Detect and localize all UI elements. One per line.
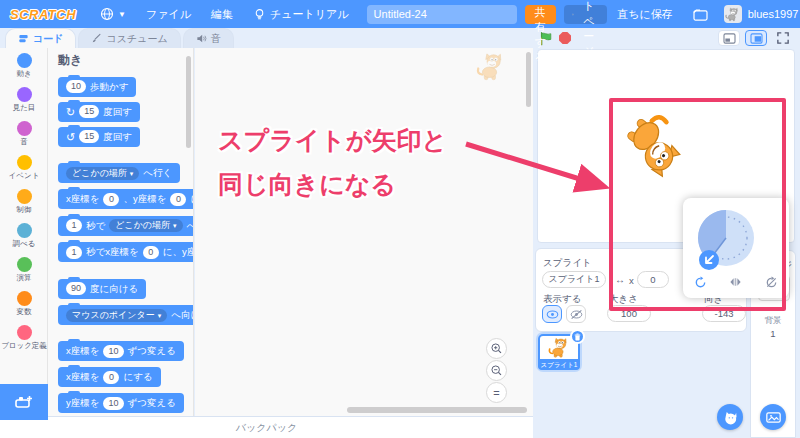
share-button[interactable]: 共有する	[525, 5, 556, 24]
category-0[interactable]: 動き	[0, 48, 48, 82]
block-text: x座標を	[66, 341, 99, 361]
menu-file[interactable]: ファイル	[146, 7, 191, 22]
stop-button[interactable]	[559, 32, 571, 44]
block-number-input[interactable]: 10	[103, 397, 123, 410]
block-dropdown[interactable]: どこかの場所	[66, 167, 139, 180]
block-text: へ向ける	[171, 305, 194, 325]
block-number-input[interactable]: 0	[170, 193, 186, 206]
backdrop-label: 背景	[751, 315, 795, 327]
project-name-input[interactable]	[367, 5, 517, 24]
small-stage-button[interactable]	[718, 30, 740, 46]
palette-block-1[interactable]: ↻15度回す	[58, 102, 140, 122]
lightbulb-icon	[253, 8, 266, 21]
large-stage-button[interactable]	[745, 30, 767, 46]
zoom-in-button[interactable]	[486, 338, 507, 359]
palette-block-0[interactable]: 10歩動かす	[58, 77, 136, 97]
category-4[interactable]: 制御	[0, 184, 48, 218]
category-dot-icon	[17, 325, 32, 340]
block-text: に、y座標を	[163, 242, 194, 262]
category-dot-icon	[17, 223, 32, 238]
menu-edit[interactable]: 編集	[211, 7, 233, 22]
rotation-left-right-button[interactable]	[727, 274, 745, 290]
category-1[interactable]: 見た目	[0, 82, 48, 116]
stage-header	[533, 28, 800, 48]
zoom-in-icon	[490, 342, 503, 355]
palette-block-5[interactable]: 1秒でどこかの場所へ行く	[58, 216, 194, 236]
block-number-input[interactable]: 90	[66, 282, 86, 295]
scratch-editor: SCRATCH ▼ ファイル 編集 チュートリアル 共有する プロジェクトページ…	[0, 0, 800, 438]
block-number-input[interactable]: 1	[66, 219, 82, 232]
rotation-none-button[interactable]	[762, 274, 780, 290]
category-5[interactable]: 調べる	[0, 218, 48, 252]
block-number-input[interactable]: 1	[66, 246, 82, 259]
size-input[interactable]	[607, 305, 651, 322]
project-page-button[interactable]: プロジェクトページを見る	[564, 5, 607, 24]
zoom-reset-button[interactable]: =	[486, 382, 507, 403]
palette-block-2[interactable]: ↺15度回す	[58, 127, 140, 147]
category-3[interactable]: イベント	[0, 150, 48, 184]
code-workspace[interactable]	[195, 48, 533, 416]
x-position-input[interactable]	[637, 271, 669, 288]
block-number-input[interactable]: 10	[103, 345, 123, 358]
add-extension-button[interactable]	[0, 384, 48, 420]
category-6[interactable]: 演算	[0, 252, 48, 286]
category-8[interactable]: ブロック定義	[0, 320, 48, 354]
zoom-out-button[interactable]	[486, 360, 507, 381]
my-stuff-button[interactable]	[693, 8, 708, 21]
block-text: 、y座標を	[123, 189, 166, 209]
avatar[interactable]	[724, 5, 742, 23]
language-menu[interactable]: ▼	[100, 7, 126, 21]
block-text: へ行く	[187, 216, 194, 236]
block-number-input[interactable]: 0	[103, 193, 119, 206]
no-rotate-icon	[765, 276, 778, 289]
tab-code[interactable]: コード	[5, 28, 76, 48]
workspace-vertical-scrollbar[interactable]	[526, 52, 531, 107]
account-menu[interactable]: blues1997 ▼	[748, 8, 800, 20]
palette-block-11[interactable]: y座標を10ずつ変える	[58, 393, 184, 413]
large-stage-icon	[750, 33, 763, 44]
block-text: 歩動かす	[90, 77, 128, 97]
palette-block-4[interactable]: x座標を0、y座標を0にする	[58, 189, 194, 209]
backpack-bar[interactable]: バックパック	[0, 416, 533, 438]
block-dropdown[interactable]: マウスのポインター	[66, 309, 167, 322]
category-dot-icon	[17, 53, 32, 68]
delete-sprite-button[interactable]	[570, 329, 585, 344]
category-label: 調べる	[13, 240, 36, 248]
block-number-input[interactable]: 15	[79, 130, 99, 143]
fullscreen-button[interactable]	[772, 30, 794, 46]
category-7[interactable]: 変数	[0, 286, 48, 320]
show-sprite-button[interactable]	[542, 305, 562, 323]
direction-input[interactable]	[702, 305, 746, 322]
menu-tutorials[interactable]: チュートリアル	[253, 7, 349, 22]
block-number-input[interactable]: 0	[103, 371, 119, 384]
scratch-logo[interactable]: SCRATCH	[10, 7, 76, 22]
block-number-input[interactable]: 10	[66, 80, 86, 93]
palette-block-10[interactable]: x座標を0にする	[58, 367, 161, 387]
sprite-card-selected[interactable]: スプライト1	[538, 334, 580, 370]
add-sprite-button[interactable]	[717, 404, 743, 430]
block-dropdown[interactable]: どこかの場所	[109, 219, 182, 232]
add-backdrop-button[interactable]	[760, 404, 786, 430]
x-position-icon: ↔	[615, 274, 625, 285]
hide-sprite-button[interactable]	[566, 305, 586, 323]
block-number-input[interactable]: 0	[143, 246, 159, 259]
block-number-input[interactable]: 15	[79, 105, 99, 118]
palette-block-3[interactable]: どこかの場所へ行く	[58, 163, 180, 183]
sprite-name-input[interactable]	[542, 271, 606, 288]
tab-sounds[interactable]: 音	[183, 28, 234, 48]
save-now-link[interactable]: 直ちに保存	[617, 7, 673, 22]
category-strip: 動き見た目音イベント制御調べる演算変数ブロック定義	[0, 48, 48, 438]
palette-block-6[interactable]: 1秒でx座標を0に、y座標を0にする	[58, 242, 194, 262]
rotation-all-around-button[interactable]	[692, 274, 710, 290]
palette-scrollbar[interactable]	[186, 56, 191, 148]
sprite-panel-title: スプライト	[543, 257, 592, 270]
workspace-horizontal-scrollbar[interactable]	[347, 407, 527, 413]
direction-dial[interactable]	[683, 198, 789, 278]
block-text: にする	[190, 189, 194, 209]
category-2[interactable]: 音	[0, 116, 48, 150]
palette-block-8[interactable]: マウスのポインターへ向ける	[58, 305, 194, 325]
direction-dial-handle[interactable]	[699, 250, 719, 270]
tab-costumes[interactable]: コスチューム	[78, 28, 180, 48]
palette-block-7[interactable]: 90度に向ける	[58, 279, 146, 299]
palette-block-9[interactable]: x座標を10ずつ変える	[58, 341, 184, 361]
